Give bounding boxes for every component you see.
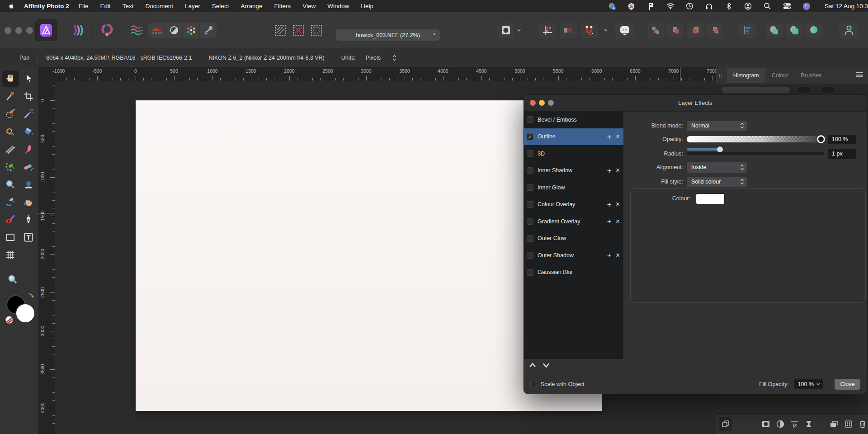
window-minimize-button[interactable] xyxy=(15,27,22,34)
move-to-front-icon[interactable] xyxy=(647,23,664,38)
window-controls[interactable] xyxy=(5,12,33,48)
window-zoom-button[interactable] xyxy=(26,27,33,34)
magnet-snap-dropdown-icon[interactable] xyxy=(603,23,609,38)
menu-edit[interactable]: Edit xyxy=(94,3,117,9)
menu-select[interactable]: Select xyxy=(206,3,235,9)
menu-arrange[interactable]: Arrange xyxy=(235,3,268,9)
colour-picker-tool[interactable] xyxy=(2,88,19,104)
clone-stamp-tool[interactable] xyxy=(20,176,37,193)
time-machine-icon[interactable] xyxy=(686,2,694,10)
histogram-option-swatch[interactable] xyxy=(822,87,834,93)
outline-colour-swatch[interactable] xyxy=(696,194,724,204)
menu-window[interactable]: Window xyxy=(321,3,355,9)
effect-row-outline[interactable]: ✓Outline+× xyxy=(524,128,623,146)
foreground-colour-swatch[interactable] xyxy=(15,303,35,323)
mesh-warp-tool[interactable] xyxy=(2,247,19,263)
blend-mode-dropdown[interactable]: Normal xyxy=(687,121,747,131)
remove-effect-instance-button[interactable]: × xyxy=(616,167,620,174)
menu-filters[interactable]: Filters xyxy=(268,3,297,9)
effect-row-outer-shadow[interactable]: Outer Shadow+× xyxy=(524,247,623,264)
flag-icon[interactable] xyxy=(647,2,655,10)
zoom-tool[interactable] xyxy=(4,272,21,288)
move-effect-up-button[interactable] xyxy=(528,360,538,370)
fill-style-dropdown[interactable]: Solid colour xyxy=(687,177,747,187)
effect-checkbox[interactable] xyxy=(527,269,533,276)
remove-effect-instance-button[interactable]: × xyxy=(616,252,620,259)
effect-checkbox[interactable] xyxy=(527,150,533,157)
burn-tool[interactable] xyxy=(20,194,37,210)
mask-layer-icon[interactable] xyxy=(760,418,772,430)
siri-icon[interactable] xyxy=(802,2,811,10)
menu-help[interactable]: Help xyxy=(355,3,379,9)
magnet-snap-button[interactable] xyxy=(580,23,598,38)
flood-select-tool[interactable] xyxy=(20,106,37,122)
quick-mask-button[interactable] xyxy=(497,23,514,38)
opacity-slider-track[interactable] xyxy=(687,136,824,142)
geometry-subtract-icon[interactable] xyxy=(786,23,803,38)
effect-checkbox[interactable] xyxy=(527,252,533,259)
opacity-value[interactable]: 100 % xyxy=(828,135,856,144)
window-close-button[interactable] xyxy=(5,27,11,34)
tab-brushes[interactable]: Brushes xyxy=(795,68,828,83)
quick-mask-dropdown-icon[interactable] xyxy=(516,23,522,38)
remove-effect-instance-button[interactable]: × xyxy=(616,218,620,225)
blur-tool[interactable] xyxy=(2,176,19,193)
effect-row-inner-shadow[interactable]: Inner Shadow+× xyxy=(524,162,623,179)
photo-persona-button[interactable] xyxy=(35,19,57,41)
search-icon[interactable] xyxy=(764,2,772,10)
apple-menu-icon[interactable] xyxy=(8,2,15,10)
effect-checkbox[interactable] xyxy=(527,184,533,191)
tab-colour[interactable]: Colour xyxy=(765,68,795,83)
add-effect-instance-button[interactable]: + xyxy=(607,251,612,259)
alignment-button[interactable] xyxy=(739,23,756,38)
selection-intersect-icon[interactable] xyxy=(309,24,323,38)
delete-layer-icon[interactable] xyxy=(857,418,868,430)
flood-fill-tool[interactable] xyxy=(20,123,37,140)
develop-persona-button[interactable] xyxy=(99,20,116,41)
move-tool[interactable] xyxy=(20,71,37,87)
contrast-icon[interactable] xyxy=(165,23,183,38)
active-app-name[interactable]: Affinity Photo 2 xyxy=(24,3,69,9)
scale-with-object-checkbox[interactable] xyxy=(530,381,537,387)
snapping-button[interactable] xyxy=(539,23,556,38)
move-backward-icon[interactable] xyxy=(687,23,703,38)
erase-brush-tool[interactable] xyxy=(20,159,37,175)
view-tool[interactable] xyxy=(2,71,19,87)
bluetooth-icon[interactable] xyxy=(725,2,733,10)
histogram-channel-dropdown[interactable] xyxy=(722,87,790,93)
gradient-tool[interactable] xyxy=(2,141,19,157)
effect-row-gaussian-blur[interactable]: Gaussian Blur xyxy=(524,264,623,281)
tone-mapping-persona-button[interactable] xyxy=(128,20,145,41)
menu-layer[interactable]: Layer xyxy=(179,3,206,9)
colour-wheel-icon[interactable] xyxy=(183,23,200,38)
pen-tool[interactable] xyxy=(20,212,37,228)
no-colour-icon[interactable] xyxy=(5,316,13,324)
swap-colours-icon[interactable] xyxy=(26,293,33,302)
effect-checkbox[interactable] xyxy=(527,235,533,242)
duplicate-layer-icon[interactable] xyxy=(719,417,732,431)
histogram-adjust-icon[interactable] xyxy=(148,23,165,38)
panel-grip-icon[interactable]: || xyxy=(719,73,722,78)
colour-replacement-brush-tool[interactable] xyxy=(2,159,19,175)
effect-checkbox[interactable] xyxy=(527,116,533,123)
red-eye-removal-tool[interactable] xyxy=(2,212,19,228)
menubar-clock[interactable]: Sat 12 Aug 10:3 xyxy=(825,3,868,9)
pattern-layer-icon[interactable] xyxy=(843,418,854,430)
move-forward-icon[interactable] xyxy=(667,23,684,38)
effect-checkbox[interactable] xyxy=(527,201,533,208)
fill-opacity-dropdown[interactable]: 100 % xyxy=(794,379,823,389)
menu-text[interactable]: Text xyxy=(117,3,140,9)
group-layers-icon[interactable] xyxy=(828,418,840,430)
effect-checkbox[interactable] xyxy=(527,167,533,174)
headphones-icon[interactable] xyxy=(705,2,713,10)
add-effect-instance-button[interactable]: + xyxy=(607,201,612,208)
radius-value[interactable]: 1 px xyxy=(828,149,856,159)
geometry-add-icon[interactable] xyxy=(766,23,783,38)
geometry-intersect-icon[interactable] xyxy=(806,23,823,38)
live-filter-icon[interactable]: fx xyxy=(789,418,801,430)
freehand-selection-tool[interactable] xyxy=(2,123,19,140)
text-tool[interactable] xyxy=(20,229,37,245)
move-to-back-icon[interactable] xyxy=(707,23,723,38)
liquify-persona-button[interactable] xyxy=(69,20,86,41)
remove-effect-instance-button[interactable]: × xyxy=(616,201,620,208)
